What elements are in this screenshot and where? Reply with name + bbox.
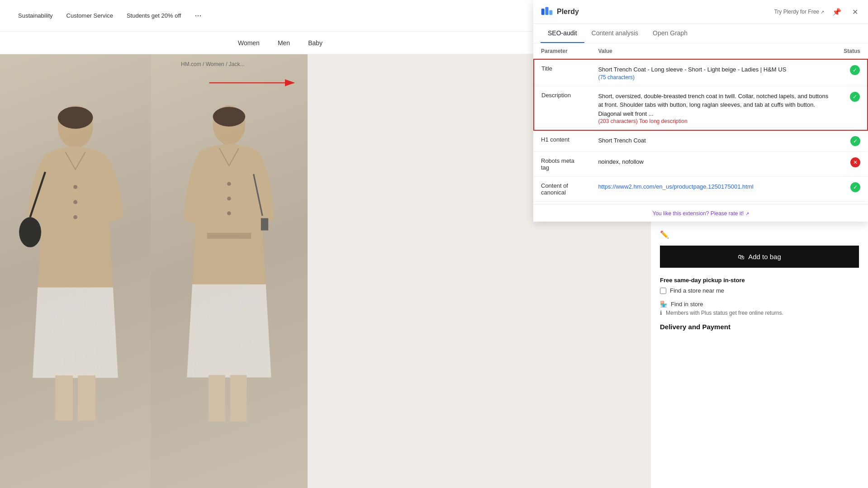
pickup-check-label: Find a store near me xyxy=(670,287,724,294)
pickup-checkbox[interactable] xyxy=(660,288,666,294)
svg-point-21 xyxy=(227,197,231,201)
col-status: Status xyxy=(836,43,868,59)
svg-point-5 xyxy=(73,215,77,219)
members-text: Members with Plus status get free online… xyxy=(666,310,783,316)
plerdy-header-right: Try Plerdy for Free ↗ 📌 ✕ xyxy=(774,7,861,17)
pickup-checkbox-row[interactable]: Find a store near me xyxy=(660,287,859,294)
members-row: ℹ Members with Plus status get free onli… xyxy=(660,310,859,316)
model-silhouette-right xyxy=(151,32,308,488)
add-to-bag-label: Add to bag xyxy=(748,253,781,261)
rate-extension-text: You like this extension? Please rate it! xyxy=(652,210,744,217)
table-row: TitleShort Trench Coat - Long sleeve - S… xyxy=(534,59,868,86)
cell-value: Short, oversized, double-breasted trench… xyxy=(591,86,836,130)
pickup-section: Free same-day pickup in-store Find a sto… xyxy=(660,277,859,294)
tab-open-graph[interactable]: Open Graph xyxy=(645,24,695,43)
model-silhouette-left xyxy=(0,32,151,488)
try-plerdy-label: Try Plerdy for Free xyxy=(774,9,819,15)
model-image-left xyxy=(0,32,151,488)
find-store-label: Find in store xyxy=(671,301,703,308)
svg-rect-25 xyxy=(261,218,268,230)
cell-parameter: Title xyxy=(534,59,591,86)
model-image-right xyxy=(151,32,308,488)
store-icon: 🏪 xyxy=(660,301,667,308)
svg-point-6 xyxy=(19,217,41,247)
product-images-area xyxy=(0,32,308,488)
value-sub: (203 characters) Too long description xyxy=(598,118,829,124)
nav-sustainability[interactable]: Sustainability xyxy=(18,12,53,19)
tab-seo-audit[interactable]: SEO-audit xyxy=(541,24,584,43)
svg-point-1 xyxy=(58,107,93,129)
cell-status: ✕ xyxy=(836,152,868,177)
cell-parameter: Robots meta tag xyxy=(534,152,591,177)
add-to-bag-button[interactable]: 🛍 Add to bag xyxy=(660,246,859,268)
cell-value: noindex, nofollow xyxy=(591,152,836,177)
param-label: Title xyxy=(541,65,552,72)
cell-value: Short Trench Coat xyxy=(591,130,836,152)
edit-icon-row: ✏️ xyxy=(660,226,859,243)
svg-rect-38 xyxy=(545,7,549,15)
svg-rect-33 xyxy=(209,375,225,422)
nav-baby[interactable]: Baby xyxy=(308,39,323,47)
rate-extension-link[interactable]: You like this extension? Please rate it!… xyxy=(652,210,749,217)
svg-point-18 xyxy=(213,107,246,126)
value-main: Short Trench Coat xyxy=(598,136,829,145)
nav-more[interactable]: ··· xyxy=(194,11,201,20)
plerdy-logo-icon xyxy=(541,5,553,18)
svg-rect-39 xyxy=(549,10,552,15)
svg-point-4 xyxy=(73,200,77,204)
status-error-icon: ✕ xyxy=(850,157,860,167)
value-main: Short Trench Coat - Long sleeve - Short … xyxy=(598,65,829,74)
delivery-title: Delivery and Payment xyxy=(660,323,859,331)
col-value: Value xyxy=(591,43,836,59)
plerdy-logo-text: Plerdy xyxy=(557,8,579,16)
plerdy-table-container: Parameter Value Status TitleShort Trench… xyxy=(533,43,868,204)
external-link-icon: ↗ xyxy=(821,9,824,14)
svg-rect-16 xyxy=(78,375,95,421)
cell-parameter: H1 content xyxy=(534,130,591,152)
table-header-row: Parameter Value Status xyxy=(534,43,868,59)
cell-status: ✓ xyxy=(836,59,868,86)
external-link-icon-footer: ↗ xyxy=(745,211,749,216)
close-button[interactable]: ✕ xyxy=(849,7,861,17)
tab-content-analysis[interactable]: Content analysis xyxy=(584,24,646,43)
status-check-icon: ✓ xyxy=(850,136,860,146)
value-sub: (75 characters) xyxy=(598,74,829,81)
param-label: Description xyxy=(541,92,571,99)
table-row: Robots meta tagnoindex, nofollow✕ xyxy=(534,152,868,177)
svg-point-3 xyxy=(73,185,77,189)
nav-men[interactable]: Men xyxy=(278,39,290,47)
value-main: Short, oversized, double-breasted trench… xyxy=(598,92,829,118)
seo-audit-table: Parameter Value Status TitleShort Trench… xyxy=(533,43,868,204)
plerdy-footer: You like this extension? Please rate it!… xyxy=(533,204,868,222)
status-check-icon: ✓ xyxy=(850,182,860,192)
table-row: H1 contentShort Trench Coat✓ xyxy=(534,130,868,152)
param-label: Content of canonical xyxy=(541,182,568,196)
svg-rect-34 xyxy=(230,375,247,422)
breadcrumb: HM.com / Women / Jack... xyxy=(181,61,244,67)
cell-value: Short Trench Coat - Long sleeve - Short … xyxy=(591,59,836,86)
cell-value: https://www2.hm.com/en_us/productpage.12… xyxy=(591,177,836,202)
nav-women[interactable]: Women xyxy=(238,39,260,47)
param-label: Robots meta tag xyxy=(541,157,574,171)
bag-icon: 🛍 xyxy=(738,253,745,261)
pickup-title: Free same-day pickup in-store xyxy=(660,277,859,284)
cell-status: ✓ xyxy=(836,86,868,130)
cell-parameter: Description xyxy=(534,86,591,130)
svg-rect-37 xyxy=(541,9,545,15)
nav-customer-service[interactable]: Customer Service xyxy=(66,12,113,19)
pin-button[interactable]: 📌 xyxy=(830,7,844,17)
plerdy-tabs: SEO-audit Content analysis Open Graph xyxy=(533,24,868,43)
plerdy-header: Plerdy Try Plerdy for Free ↗ 📌 ✕ xyxy=(533,0,868,24)
svg-point-22 xyxy=(227,211,231,215)
info-icon: ℹ xyxy=(660,310,662,316)
svg-rect-23 xyxy=(207,233,251,239)
svg-point-20 xyxy=(227,182,231,186)
nav-students[interactable]: Students get 20% off xyxy=(127,12,181,19)
try-plerdy-link[interactable]: Try Plerdy for Free ↗ xyxy=(774,9,824,15)
main-navigation: Women Men Baby xyxy=(0,32,560,54)
table-row: Content of canonicalhttps://www2.hm.com/… xyxy=(534,177,868,202)
find-store-row: 🏪 Find in store xyxy=(660,301,859,308)
status-check-icon: ✓ xyxy=(850,92,860,102)
col-parameter: Parameter xyxy=(534,43,591,59)
plerdy-panel: Plerdy Try Plerdy for Free ↗ 📌 ✕ SEO-aud… xyxy=(533,0,868,222)
